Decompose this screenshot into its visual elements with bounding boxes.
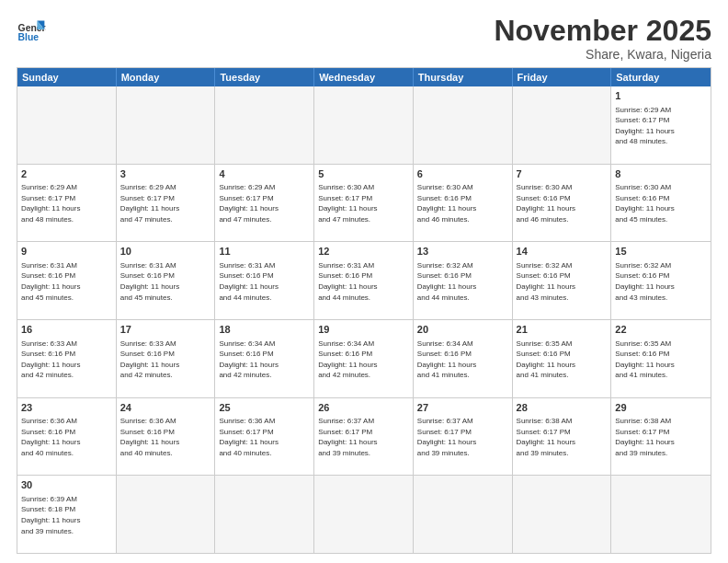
day-number: 14 [517, 245, 608, 259]
day-info: Sunrise: 6:33 AM Sunset: 6:16 PM Dayligh… [21, 339, 112, 381]
day-number: 11 [219, 245, 310, 259]
table-row [513, 86, 612, 164]
day-info: Sunrise: 6:34 AM Sunset: 6:16 PM Dayligh… [219, 339, 310, 381]
title-block: November 2025 Share, Kwara, Nigeria [494, 15, 711, 62]
table-row: 22Sunrise: 6:35 AM Sunset: 6:16 PM Dayli… [611, 320, 711, 397]
logo-icon: General Blue [17, 15, 46, 44]
calendar-row: 1Sunrise: 6:29 AM Sunset: 6:17 PM Daylig… [17, 86, 711, 164]
calendar-row: 2Sunrise: 6:29 AM Sunset: 6:17 PM Daylig… [17, 164, 711, 242]
calendar-row: 23Sunrise: 6:36 AM Sunset: 6:16 PM Dayli… [17, 397, 711, 476]
day-info: Sunrise: 6:29 AM Sunset: 6:17 PM Dayligh… [615, 105, 707, 147]
table-row: 11Sunrise: 6:31 AM Sunset: 6:16 PM Dayli… [215, 242, 314, 319]
table-row: 5Sunrise: 6:30 AM Sunset: 6:17 PM Daylig… [314, 165, 414, 242]
header-saturday: Saturday [611, 68, 711, 86]
header-wednesday: Wednesday [314, 68, 414, 86]
day-info: Sunrise: 6:39 AM Sunset: 6:18 PM Dayligh… [21, 494, 112, 536]
table-row: 4Sunrise: 6:29 AM Sunset: 6:17 PM Daylig… [215, 165, 314, 242]
day-number: 22 [615, 323, 707, 337]
day-number: 17 [120, 323, 211, 337]
page: General Blue November 2025 Share, Kwara,… [0, 0, 728, 563]
day-number: 2 [21, 167, 112, 181]
day-number: 28 [517, 401, 608, 415]
table-row: 16Sunrise: 6:33 AM Sunset: 6:16 PM Dayli… [17, 320, 117, 397]
day-number: 23 [21, 401, 112, 415]
table-row: 28Sunrise: 6:38 AM Sunset: 6:17 PM Dayli… [513, 398, 612, 476]
day-number: 27 [417, 401, 508, 415]
day-number: 15 [615, 245, 707, 259]
day-number: 24 [120, 401, 211, 415]
table-row: 1Sunrise: 6:29 AM Sunset: 6:17 PM Daylig… [611, 86, 711, 164]
day-info: Sunrise: 6:35 AM Sunset: 6:16 PM Dayligh… [517, 339, 608, 381]
table-row: 19Sunrise: 6:34 AM Sunset: 6:16 PM Dayli… [314, 320, 414, 397]
header-thursday: Thursday [414, 68, 513, 86]
table-row [513, 476, 612, 553]
table-row: 26Sunrise: 6:37 AM Sunset: 6:17 PM Dayli… [314, 398, 414, 476]
table-row: 15Sunrise: 6:32 AM Sunset: 6:16 PM Dayli… [611, 242, 711, 319]
table-row [414, 86, 513, 164]
svg-text:Blue: Blue [18, 32, 40, 42]
table-row: 7Sunrise: 6:30 AM Sunset: 6:16 PM Daylig… [513, 165, 612, 242]
day-info: Sunrise: 6:29 AM Sunset: 6:17 PM Dayligh… [219, 182, 310, 224]
table-row: 14Sunrise: 6:32 AM Sunset: 6:16 PM Dayli… [513, 242, 612, 319]
day-info: Sunrise: 6:29 AM Sunset: 6:17 PM Dayligh… [120, 182, 211, 224]
day-number: 21 [517, 323, 608, 337]
table-row: 21Sunrise: 6:35 AM Sunset: 6:16 PM Dayli… [513, 320, 612, 397]
day-number: 30 [21, 478, 112, 492]
table-row: 17Sunrise: 6:33 AM Sunset: 6:16 PM Dayli… [117, 320, 216, 397]
table-row: 12Sunrise: 6:31 AM Sunset: 6:16 PM Dayli… [314, 242, 414, 319]
day-info: Sunrise: 6:32 AM Sunset: 6:16 PM Dayligh… [417, 260, 508, 303]
header-friday: Friday [513, 68, 612, 86]
table-row [314, 476, 414, 553]
day-info: Sunrise: 6:31 AM Sunset: 6:16 PM Dayligh… [318, 260, 409, 303]
table-row: 18Sunrise: 6:34 AM Sunset: 6:16 PM Dayli… [215, 320, 314, 397]
day-info: Sunrise: 6:29 AM Sunset: 6:17 PM Dayligh… [21, 182, 112, 224]
day-number: 18 [219, 323, 310, 337]
day-info: Sunrise: 6:33 AM Sunset: 6:16 PM Dayligh… [120, 339, 211, 381]
table-row: 8Sunrise: 6:30 AM Sunset: 6:16 PM Daylig… [611, 165, 711, 242]
day-info: Sunrise: 6:30 AM Sunset: 6:16 PM Dayligh… [615, 182, 707, 224]
day-number: 7 [517, 167, 608, 181]
day-info: Sunrise: 6:36 AM Sunset: 6:16 PM Dayligh… [21, 416, 112, 458]
day-info: Sunrise: 6:30 AM Sunset: 6:16 PM Dayligh… [417, 182, 508, 224]
day-number: 13 [417, 245, 508, 259]
header-monday: Monday [117, 68, 216, 86]
table-row: 29Sunrise: 6:38 AM Sunset: 6:17 PM Dayli… [611, 398, 711, 476]
table-row [611, 476, 711, 553]
day-number: 6 [417, 167, 508, 181]
day-number: 3 [120, 167, 211, 181]
day-info: Sunrise: 6:34 AM Sunset: 6:16 PM Dayligh… [417, 339, 508, 381]
day-info: Sunrise: 6:38 AM Sunset: 6:17 PM Dayligh… [615, 416, 707, 458]
month-title: November 2025 [494, 15, 711, 47]
day-info: Sunrise: 6:31 AM Sunset: 6:16 PM Dayligh… [219, 260, 310, 303]
day-number: 1 [615, 89, 707, 103]
day-number: 9 [21, 245, 112, 259]
day-info: Sunrise: 6:37 AM Sunset: 6:17 PM Dayligh… [318, 416, 409, 458]
day-number: 10 [120, 245, 211, 259]
day-number: 4 [219, 167, 310, 181]
calendar-row: 16Sunrise: 6:33 AM Sunset: 6:16 PM Dayli… [17, 319, 711, 397]
calendar-row: 30Sunrise: 6:39 AM Sunset: 6:18 PM Dayli… [17, 475, 711, 553]
day-info: Sunrise: 6:36 AM Sunset: 6:16 PM Dayligh… [120, 416, 211, 458]
day-info: Sunrise: 6:37 AM Sunset: 6:17 PM Dayligh… [417, 416, 508, 458]
day-info: Sunrise: 6:36 AM Sunset: 6:17 PM Dayligh… [219, 416, 310, 458]
table-row [17, 86, 117, 164]
table-row: 10Sunrise: 6:31 AM Sunset: 6:16 PM Dayli… [117, 242, 216, 319]
day-number: 8 [615, 167, 707, 181]
day-info: Sunrise: 6:32 AM Sunset: 6:16 PM Dayligh… [517, 260, 608, 303]
day-number: 16 [21, 323, 112, 337]
day-number: 29 [615, 401, 707, 415]
table-row: 6Sunrise: 6:30 AM Sunset: 6:16 PM Daylig… [414, 165, 513, 242]
calendar-body: 1Sunrise: 6:29 AM Sunset: 6:17 PM Daylig… [17, 86, 711, 553]
day-number: 20 [417, 323, 508, 337]
table-row: 13Sunrise: 6:32 AM Sunset: 6:16 PM Dayli… [414, 242, 513, 319]
header-tuesday: Tuesday [215, 68, 314, 86]
calendar-header: Sunday Monday Tuesday Wednesday Thursday… [17, 68, 711, 86]
table-row [117, 86, 216, 164]
table-row: 25Sunrise: 6:36 AM Sunset: 6:17 PM Dayli… [215, 398, 314, 476]
day-info: Sunrise: 6:30 AM Sunset: 6:17 PM Dayligh… [318, 182, 409, 224]
day-info: Sunrise: 6:30 AM Sunset: 6:16 PM Dayligh… [517, 182, 608, 224]
table-row [414, 476, 513, 553]
logo: General Blue [17, 15, 46, 44]
day-number: 5 [318, 167, 409, 181]
day-info: Sunrise: 6:35 AM Sunset: 6:16 PM Dayligh… [615, 339, 707, 381]
